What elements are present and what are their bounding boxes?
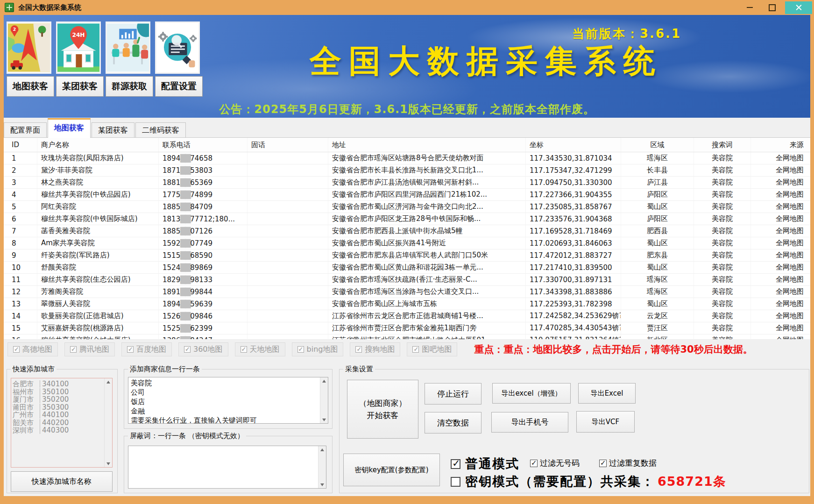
- table-row[interactable]: 6穆丝共享美容院(中铁国际城店)1813██77712;180...安徽省合肥市…: [4, 213, 810, 225]
- column-header[interactable]: 搜索词: [694, 138, 751, 152]
- table-row[interactable]: 5阿红美容院1885██84709安徽省合肥市蜀山区淠河路与金牛路交口向北2..…: [4, 201, 810, 213]
- table-cell: 1813██77712;180...: [159, 213, 248, 225]
- table-cell: 美容院: [694, 213, 751, 225]
- table-row[interactable]: 12芳雅阁美容院1891██99844安徽省合肥市瑶海区当涂路与包公大道交叉口.…: [4, 286, 810, 298]
- column-header[interactable]: ID: [4, 138, 37, 152]
- maximize-button[interactable]: [763, 1, 781, 14]
- nav-config[interactable]: 配置设置: [155, 21, 200, 97]
- table-cell: 全网地图: [751, 334, 810, 339]
- table-row[interactable]: 10舒颜美容院1524██89869安徽省合肥市蜀山区黄山路和谐花园3栋一单元.…: [4, 262, 810, 274]
- key-config-button[interactable]: 密钥key配置(参数配置): [343, 454, 440, 486]
- table-row[interactable]: 13翠微丽人美容院1894██59639安徽省合肥市蜀山区上海城市五栋117.2…: [4, 298, 810, 310]
- column-header[interactable]: 地址: [328, 138, 526, 152]
- start-collect-button[interactable]: （地图商家） 开始获客: [347, 380, 418, 439]
- map-leads-button[interactable]: 地图获客: [7, 76, 54, 97]
- normal-mode-checkbox[interactable]: [451, 459, 460, 469]
- table-row[interactable]: 16穆丝共享美容院(金城大厦店)1386██84247江苏省常州市新北区合肥市峨…: [4, 334, 810, 339]
- table-cell: 长丰县: [621, 164, 694, 176]
- column-header[interactable]: 来源: [751, 138, 810, 152]
- table-cell: 美容院: [694, 249, 751, 261]
- table-row[interactable]: 1玫瑰坊美容院(凤阳东路店)1894██74658安徽省合肥市瑶海区站塘路8号合…: [4, 152, 810, 164]
- stop-run-button[interactable]: 停止运行: [425, 383, 481, 405]
- svg-text:24H: 24H: [72, 32, 85, 38]
- source-fetch-button[interactable]: 群源获取: [106, 76, 153, 97]
- column-header[interactable]: 固话: [248, 138, 328, 152]
- city-list-item[interactable]: 合肥市340100: [13, 380, 104, 388]
- table-row[interactable]: 15艾丽嘉妍美容院(桃源路店)1525██62399江苏省徐州市贾汪区合肥市紫金…: [4, 322, 810, 334]
- nav-group-leads[interactable]: 24H 某团获客: [56, 21, 101, 97]
- table-row[interactable]: 8Am家共享美容院1592██07749安徽省合肥市蜀山区振兴路41号附近117…: [4, 237, 810, 249]
- city-list-scrollbar[interactable]: [104, 378, 112, 467]
- table-row[interactable]: 4穆丝共享美容院(中铁品园店)1775██74899安徽省合肥市庐阳区四里河路品…: [4, 189, 810, 201]
- table-cell: [248, 213, 328, 225]
- scroll-down-icon[interactable]: [319, 481, 326, 488]
- key-mode-checkbox[interactable]: [451, 477, 460, 487]
- scroll-down-icon[interactable]: [105, 460, 112, 467]
- nav-map-leads[interactable]: 2 地图获客: [7, 21, 51, 97]
- table-row[interactable]: 7菡香美雅美容院1885██07126安徽省合肥市肥西县上派镇中街水晶城5幢11…: [4, 225, 810, 237]
- nav-source-fetch[interactable]: 群源获取: [106, 21, 150, 97]
- quick-add-city-button[interactable]: 快速添加城市名称: [11, 471, 113, 492]
- scroll-up-icon[interactable]: [319, 446, 326, 453]
- censored-digits: ██: [180, 191, 190, 199]
- column-header[interactable]: 商户名称: [37, 138, 159, 152]
- merchant-keywords-input[interactable]: 美容院 公司 饭店 金融 需要采集什么行业，直接输入关键词即可: [128, 377, 328, 424]
- export-phone-button[interactable]: 导出手机号: [491, 412, 568, 433]
- table-cell: 1526██09846: [159, 310, 248, 322]
- export-excel-enhanced-button[interactable]: 导出excel（增强）: [492, 383, 571, 404]
- city-list-item[interactable]: 深圳市440300: [13, 426, 104, 434]
- export-excel-button[interactable]: 导出Excel: [578, 383, 636, 404]
- block-words-scrollbar[interactable]: [318, 446, 326, 488]
- scroll-down-icon[interactable]: [320, 416, 328, 423]
- censored-digits: ██: [180, 276, 190, 284]
- table-header: ID商户名称联系电话固话地址坐标区域搜索词来源: [4, 138, 810, 152]
- total-collected-label: 共采集：: [601, 473, 655, 490]
- city-list-item[interactable]: 广州市440100: [13, 411, 104, 419]
- city-list-item[interactable]: 韶关市440200: [13, 419, 104, 427]
- scroll-up-icon[interactable]: [105, 378, 112, 385]
- tab-qrcode-leads[interactable]: 二维码获客: [135, 122, 186, 137]
- tab-group-leads[interactable]: 某团获客: [92, 122, 134, 137]
- table-row[interactable]: 14歌曼丽美容院(正德君城店)1526██09846江苏省徐州市云龙区合肥市正德…: [4, 310, 810, 322]
- table-cell: 玫瑰坊美容院(凤阳东路店): [37, 152, 159, 164]
- tab-config[interactable]: 配置界面: [4, 122, 47, 137]
- table-cell: 美容院: [694, 274, 751, 285]
- block-words-input[interactable]: [128, 446, 326, 489]
- table-row[interactable]: 2黛汐·菲菲美容院1871██53803安徽省合肥市长丰县长淮路与长新路交叉口北…: [4, 164, 810, 177]
- tab-map-leads[interactable]: 地图获客: [48, 118, 91, 138]
- table-row[interactable]: 9纤姿美容院(军民路店)1515██68590安徽省合肥市肥东县店埠镇军民巷人武…: [4, 249, 810, 262]
- key-mode-label: 密钥模式（需要配置）: [465, 473, 601, 490]
- table-cell: [248, 286, 328, 298]
- filter-duplicate-checkbox[interactable]: [599, 460, 607, 467]
- scroll-up-icon[interactable]: [320, 377, 328, 384]
- table-cell: 13: [4, 298, 37, 310]
- config-button[interactable]: 配置设置: [155, 76, 203, 97]
- column-header[interactable]: 联系电话: [159, 138, 248, 152]
- group-leads-button[interactable]: 某团获客: [56, 76, 104, 97]
- table-cell: 1775██74899: [159, 189, 248, 200]
- minimize-button[interactable]: [740, 1, 759, 14]
- city-code: 340100: [40, 380, 104, 388]
- city-list-item[interactable]: 厦门市350200: [13, 396, 104, 404]
- column-header[interactable]: 坐标: [526, 138, 621, 152]
- map-source-360地图: 360地图: [178, 342, 228, 356]
- city-list[interactable]: 合肥市340100福州市350100厦门市350200莆田市350300广州市4…: [11, 378, 113, 468]
- storefront-24h-pin-illustration: 24H: [56, 21, 101, 74]
- merchant-scrollbar[interactable]: [320, 377, 328, 423]
- table-cell: 歌曼丽美容院(正德君城店): [37, 310, 159, 322]
- clear-data-button[interactable]: 清空数据: [425, 412, 481, 433]
- table-cell: Am家共享美容院: [37, 237, 159, 249]
- table-row[interactable]: 3林之燕美容院1881██65369安徽省合肥市庐江县汤池镇银河路银河新村斜..…: [4, 177, 810, 189]
- city-list-item[interactable]: 莆田市350300: [13, 404, 104, 412]
- close-button[interactable]: [785, 1, 812, 14]
- column-header[interactable]: 区域: [621, 138, 694, 152]
- city-list-item[interactable]: 福州市350100: [13, 388, 104, 396]
- table-row[interactable]: 11穆丝共享美容院(生态公园店)1829██98133安徽省合肥市瑶海区扶疏路(…: [4, 274, 810, 286]
- table-cell: 安徽省合肥市庐阳区四里河路品园西门21栋102...: [328, 189, 526, 200]
- city-name: 深圳市: [13, 426, 40, 434]
- table-cell: 新北区: [621, 334, 694, 339]
- export-vcf-button[interactable]: 导出VCF: [576, 411, 635, 433]
- filter-no-number-checkbox[interactable]: [530, 460, 538, 467]
- table-cell: 江苏省徐州市云龙区合肥市正德君城商铺1号楼...: [328, 310, 526, 322]
- table-cell: 安徽省合肥市肥东县店埠镇军民巷人武部门口50米: [328, 249, 526, 261]
